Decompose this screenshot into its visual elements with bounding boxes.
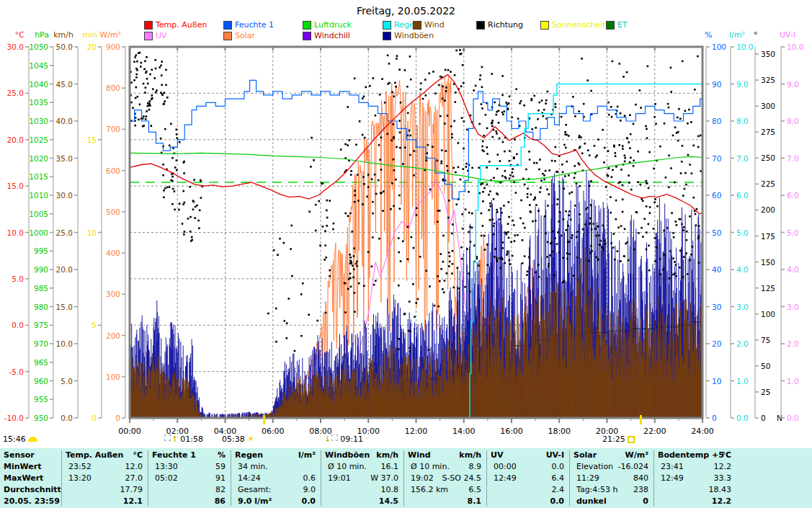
time-marker-label: 01:58 [180,435,203,444]
stats-value: 14.5 [321,496,398,507]
svg-text:25.0: 25.0 [7,89,24,97]
svg-text:9.0: 9.0 [787,80,799,89]
time-marker-label: 15:46 [3,435,26,444]
stats-value: 82 [148,485,226,495]
svg-text:1025: 1025 [29,135,48,144]
stats-row-label: Sensor [4,450,35,460]
svg-text:200: 200 [106,331,120,340]
svg-text:1010: 1010 [29,191,48,200]
svg-text:25: 25 [761,388,770,396]
svg-text:700: 700 [106,125,120,133]
stats-value: 33.3 [653,473,731,484]
svg-text:965: 965 [34,358,48,367]
stats-value: 840 [569,473,648,484]
svg-text:400: 400 [106,249,120,257]
svg-text:0.0: 0.0 [736,414,749,422]
svg-text:10: 10 [87,228,97,237]
svg-text:325: 325 [761,76,775,84]
stats-value: 59 [148,462,226,472]
stats-value: S-SO 24.5 [403,473,481,484]
svg-text:955: 955 [34,395,48,404]
axis-min: min20151050 [82,30,102,422]
svg-text:0: 0 [92,414,97,422]
svg-text:0.0: 0.0 [12,321,24,329]
svg-text:10.0: 10.0 [736,43,753,51]
svg-text:15: 15 [87,135,97,144]
stats-value: 0 [569,496,648,507]
svg-text:500: 500 [106,208,120,216]
svg-text:14:00: 14:00 [452,427,476,436]
svg-text:15.0: 15.0 [56,303,73,311]
svg-text:12:00: 12:00 [405,427,428,436]
time-marker-15-46: 15:46 [3,435,37,444]
svg-text:100: 100 [761,310,775,318]
stats-group-unit: UV-I [486,450,564,460]
svg-text:18:00: 18:00 [548,427,571,436]
svg-text:1050: 1050 [29,43,48,51]
svg-text:1040: 1040 [29,80,48,89]
stats-value: 12.2 [653,462,731,472]
svg-text:5.0: 5.0 [736,228,749,237]
stats-group-unit: l/m² [231,450,316,460]
svg-text:350: 350 [761,50,775,58]
svg-text:24:00: 24:00 [691,427,714,436]
svg-text:900: 900 [106,43,120,51]
svg-text:3.0: 3.0 [736,303,749,311]
axis-hPa: hPa1050104510401035103010251020101510101… [29,30,53,422]
svg-text:1000: 1000 [29,228,48,237]
svg-text:300: 300 [761,102,775,110]
stats-group-unit: W/m² [569,450,648,460]
svg-text:175: 175 [761,232,775,241]
svg-text:9.0: 9.0 [736,80,749,89]
weather-app-window: Freitag, 20.05.2022 Temp. AußenFeuchte 1… [0,0,812,508]
svg-text:40: 40 [712,265,721,274]
svg-text:975: 975 [34,321,48,329]
svg-text:8.0: 8.0 [787,117,799,125]
stats-value: 2.4 [486,485,564,495]
stats-row-label: 20.05. 23:59 [4,496,60,507]
svg-text:4.0: 4.0 [787,265,799,274]
moonset-arrow-icon: ↓ [324,435,331,444]
svg-text:100: 100 [712,43,726,51]
svg-text:200: 200 [761,205,775,214]
axis-kmh: km/h50.045.040.035.030.025.020.015.010.0… [53,30,78,422]
svg-text:950: 950 [34,414,48,422]
svg-text:-10.0: -10.0 [4,414,24,422]
moonrise-icon: ↑ [164,435,178,444]
axis-Wm: W/m²9008007006005004003002001000 [99,30,125,422]
svg-text:0.0: 0.0 [61,414,73,422]
svg-text:250: 250 [761,153,775,162]
svg-text:3.0: 3.0 [787,303,799,311]
svg-text:990: 990 [34,265,48,274]
svg-text:1015: 1015 [29,172,48,181]
svg-text:%: % [705,30,712,40]
svg-text:2.0: 2.0 [787,339,799,348]
stats-value: 8.1 [403,496,481,507]
svg-text:10.0: 10.0 [56,339,73,348]
stats-value: 86 [148,496,226,507]
svg-text:80: 80 [712,117,721,125]
svg-text:50: 50 [761,362,770,370]
stats-value: 0.0 [231,496,316,507]
svg-text:1020: 1020 [29,154,48,163]
time-marker-09-11: ↓09:11 [324,435,363,444]
time-marker-label: 05:38 [222,435,245,444]
svg-text:-5.0: -5.0 [9,367,24,376]
stats-row-label: MaxWert [4,473,43,484]
svg-text:min: min [82,30,97,40]
stats-value: 12.2 [653,496,731,507]
svg-text:960: 960 [34,377,48,386]
svg-text:0.0: 0.0 [787,414,799,422]
svg-text:5.0: 5.0 [61,377,73,386]
svg-text:995: 995 [34,246,48,255]
axis-lm: l/m²10.09.08.07.06.05.04.03.02.01.00.0 [729,30,753,422]
svg-text:1030: 1030 [29,117,48,125]
stats-value: 9.0 [231,485,316,495]
svg-text:50: 50 [712,228,721,237]
svg-text:8.0: 8.0 [736,117,749,125]
svg-text:985: 985 [34,284,48,293]
stats-group-unit: km/h [321,450,398,460]
svg-text:1.0: 1.0 [787,377,799,386]
svg-text:125: 125 [761,284,775,293]
stats-value: 12.1 [61,496,143,507]
